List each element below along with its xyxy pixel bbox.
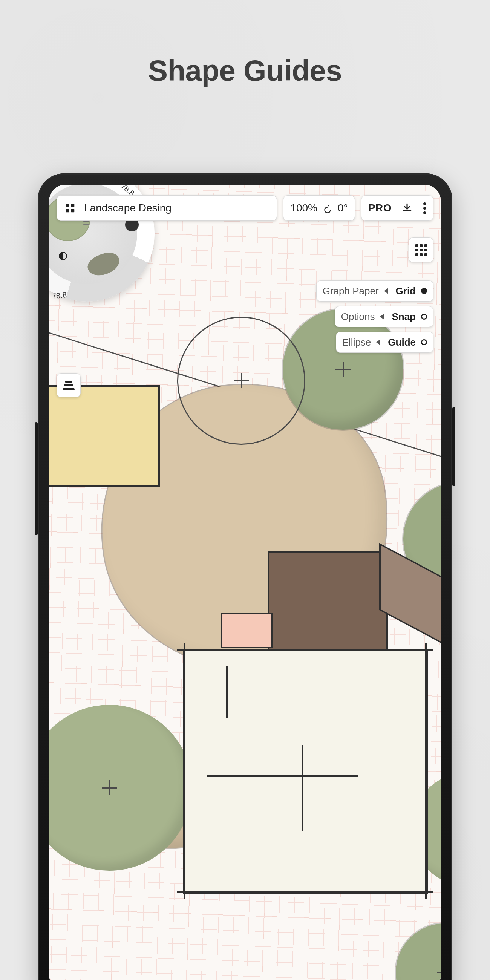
download-icon[interactable] [401, 202, 413, 214]
zoom-percent[interactable]: 100% [290, 202, 317, 214]
app-screen: = 5.46 78.8 78.8 Landscape Desing [49, 185, 441, 980]
tablet-power-button [452, 407, 455, 486]
tablet-frame: = 5.46 78.8 78.8 Landscape Desing [38, 173, 452, 980]
right-controls: Graph Paper Grid Options Snap Ellipse Gu… [316, 237, 433, 353]
rotation-icon[interactable] [322, 202, 333, 214]
layers-icon [62, 381, 75, 390]
svg-rect-0 [66, 204, 69, 207]
tree-outline [177, 317, 305, 445]
layers-button[interactable] [57, 373, 81, 397]
document-title[interactable]: Landscape Desing [84, 202, 172, 214]
overflow-menu-icon[interactable] [423, 202, 426, 214]
option-snap-left-label: Options [341, 311, 375, 323]
toggle-indicator-off-icon[interactable] [421, 313, 427, 320]
roof-shape [269, 552, 387, 658]
page-title: Shape Guides [0, 54, 490, 88]
chevron-left-icon[interactable] [376, 339, 380, 345]
apps-grid-icon [415, 244, 427, 256]
chevron-left-icon[interactable] [384, 288, 388, 294]
toggle-indicator-on-icon[interactable] [421, 288, 427, 294]
option-grid[interactable]: Graph Paper Grid [316, 280, 433, 302]
option-grid-left-label: Graph Paper [323, 285, 379, 297]
apps-grid-button[interactable] [409, 237, 433, 262]
toggle-indicator-off-icon[interactable] [421, 339, 427, 345]
document-chip[interactable]: Landscape Desing [57, 195, 277, 221]
pro-button[interactable]: PRO [368, 202, 391, 214]
option-guide-right-label: Guide [388, 337, 416, 348]
svg-rect-2 [66, 209, 69, 213]
option-snap-right-label: Snap [391, 311, 416, 323]
roof-shape-small [223, 614, 271, 647]
actions-chip: PRO [361, 195, 433, 221]
gallery-grid-icon[interactable] [64, 202, 76, 214]
house-footprint [185, 651, 426, 892]
option-guide[interactable]: Ellipse Guide [336, 332, 433, 353]
building-small [49, 387, 158, 485]
guide-options-stack: Graph Paper Grid Options Snap Ellipse Gu… [316, 280, 433, 353]
top-toolbar: Landscape Desing 100% 0° PRO [57, 195, 433, 221]
wheel-value-bottom: 78.8 [52, 291, 67, 301]
option-guide-left-label: Ellipse [342, 337, 371, 348]
tree-shape [396, 923, 441, 980]
svg-rect-1 [71, 204, 75, 207]
chevron-left-icon[interactable] [380, 313, 384, 320]
svg-rect-3 [71, 209, 75, 213]
option-snap[interactable]: Options Snap [335, 306, 433, 327]
contrast-icon[interactable] [59, 252, 67, 260]
rotation-degrees[interactable]: 0° [338, 202, 348, 214]
tablet-volume-button [35, 422, 38, 535]
zoom-rotation-chip[interactable]: 100% 0° [283, 195, 355, 221]
option-grid-right-label: Grid [396, 285, 416, 297]
